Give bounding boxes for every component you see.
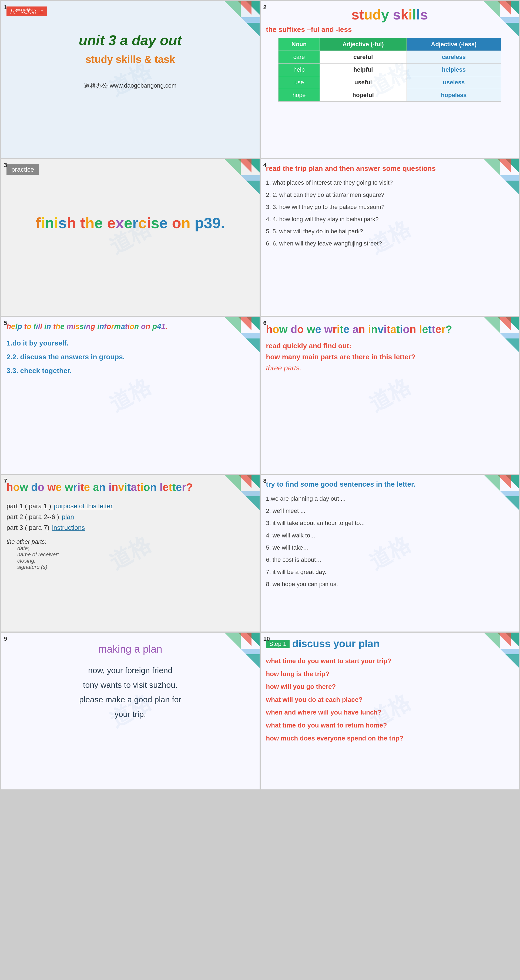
slide2-suffix-title: the suffixes –ful and -less: [266, 25, 514, 34]
slide-7: 7 道格 how do we write an invitation: [1, 475, 260, 632]
question-4: 4. 4. how long will they stay in beihai …: [266, 215, 514, 224]
other-item-3: closing;: [17, 558, 254, 564]
slide-9: 9 道格 making a plan now, your foreign fri…: [1, 633, 260, 789]
disc-question-7: how much does everyone spend on the trip…: [266, 734, 514, 743]
svg-marker-13: [241, 175, 260, 194]
sentence-4: 4. we will walk to...: [266, 531, 514, 540]
slide8-title: try to find some good sentences in the l…: [266, 480, 514, 488]
cell-ful-1: careful: [320, 51, 407, 64]
disc-question-4: what will you do at each place?: [266, 695, 514, 704]
slide1-title: unit 3 a day out: [6, 32, 254, 48]
slide-8: 8 道格 try to find some good sentences in …: [261, 475, 519, 632]
disc-question-3: how will you go there?: [266, 682, 514, 691]
svg-marker-12: [225, 159, 241, 175]
cell-less-3: useless: [407, 76, 501, 89]
cell-less-1: careless: [407, 51, 501, 64]
cell-ful-2: helpful: [320, 64, 407, 76]
slide-1: 1 道格 八年级英语 上 unit 3 a day out study skil…: [1, 1, 260, 158]
suffix-table: Noun Adjective (-ful) Adjective (-less) …: [278, 38, 501, 102]
svg-marker-2: [225, 1, 241, 17]
step1-title: discuss your plan: [292, 638, 379, 650]
step-3: 3.3. check together.: [6, 367, 254, 375]
svg-marker-14: [246, 181, 260, 194]
slide4-questions: 1. what places of interest are they goin…: [266, 178, 514, 248]
slide7-part1: part 1 ( para 1 ) purpose of this letter: [6, 502, 254, 510]
col-adj-ful: Adjective (-ful): [320, 38, 407, 51]
disc-question-6: what time do you want to return home?: [266, 721, 514, 730]
sentence-1: 1.we are planning a day out ...: [266, 494, 514, 503]
decorative-triangles-3: [225, 159, 260, 195]
part2-fill: plan: [62, 513, 74, 521]
slide-4: 4 道格 read the trip plan and then answer …: [261, 159, 519, 316]
question-1: 1. what places of interest are they goin…: [266, 178, 514, 187]
cell-noun-4: hope: [279, 89, 320, 102]
table-row: help helpful helpless: [279, 64, 501, 76]
cell-noun-3: use: [279, 76, 320, 89]
slide-number-5: 5: [4, 320, 7, 326]
slide9-plan-text: now, your foreign friend tony wants to v…: [6, 663, 254, 722]
cell-noun-1: care: [279, 51, 320, 64]
slide7-main-question: how do we write an invitation letter?: [6, 480, 254, 494]
col-adj-less: Adjective (-less): [407, 38, 501, 51]
svg-marker-11: [238, 159, 252, 172]
question-5: 5. 5. what will they do in beihai park?: [266, 227, 514, 236]
slide-number-8: 8: [263, 477, 266, 484]
svg-marker-1: [238, 1, 252, 14]
slide1-subtitle: study skills & task: [6, 54, 254, 65]
slide-number-7: 7: [4, 477, 7, 484]
sentence-5: 5. we will take…: [266, 543, 514, 552]
part1-label: part 1 ( para 1 ): [6, 502, 51, 510]
disc-question-2: how long is the trip?: [266, 669, 514, 679]
slide-5: 5 道格 help to fill in the missing: [1, 317, 260, 474]
watermark-6: 道格: [364, 372, 416, 419]
part3-fill: instructions: [52, 524, 85, 531]
slide-grid: 1 道格 八年级英语 上 unit 3 a day out study skil…: [0, 0, 520, 791]
cell-less-4: hopeless: [407, 89, 501, 102]
slide10-header: Step 1 discuss your plan: [266, 638, 514, 650]
cell-ful-4: hopeful: [320, 89, 407, 102]
slide6-main-question: how do we write an invitation letter?: [266, 322, 514, 336]
part2-label: part 2 ( para 2--6 ): [6, 513, 59, 521]
disc-question-1: what time do you want to start your trip…: [266, 656, 514, 666]
slide-number-9: 9: [4, 635, 7, 642]
slide7-part2: part 2 ( para 2--6 ) plan: [6, 513, 254, 521]
cell-ful-3: useful: [320, 76, 407, 89]
sentence-8: 8. we hope you can join us.: [266, 579, 514, 589]
slide-number-10: 10: [263, 635, 270, 642]
cell-noun-2: help: [279, 64, 320, 76]
slide8-sentences: 1.we are planning a day out ... 2. we'll…: [266, 494, 514, 589]
svg-marker-0: [246, 1, 260, 14]
slide-number-4: 4: [263, 162, 266, 169]
question-6: 6. 6. when will they leave wangfujing st…: [266, 239, 514, 248]
practice-badge: practice: [6, 164, 39, 175]
disc-question-5: when and where will you have lunch?: [266, 708, 514, 717]
other-item-4: signature (s): [17, 564, 254, 570]
slide4-title: read the trip plan and then answer some …: [266, 164, 514, 173]
question-3: 3. 3. how will they go to the palace mus…: [266, 202, 514, 212]
slide-number-3: 3: [4, 162, 7, 169]
slide5-instruction: help to fill in the missing information …: [6, 322, 254, 331]
svg-marker-10: [246, 159, 260, 172]
decorative-triangles-1: [225, 1, 260, 37]
sentence-6: 6. the cost is about…: [266, 555, 514, 565]
other-item-1: date;: [17, 545, 254, 552]
table-row: care careful careless: [279, 51, 501, 64]
slide2-title: study skills: [266, 6, 514, 23]
slide6-answer: three parts.: [266, 364, 514, 372]
exercise-text: finish the exercise on p39.: [6, 213, 254, 234]
cell-less-2: helpless: [407, 64, 501, 76]
slide6-sub-text: read quickly and find out:: [266, 342, 514, 350]
part3-label: part 3 ( para 7): [6, 524, 49, 531]
slide-number-1: 1: [4, 4, 7, 11]
col-noun: Noun: [279, 38, 320, 51]
table-row: hope hopeful hopeless: [279, 89, 501, 102]
slide-6: 6 道格 how do we write an invitation: [261, 317, 519, 474]
sentence-2: 2. we'll meet ...: [266, 506, 514, 515]
sentence-7: 7. it will be a great day.: [266, 567, 514, 577]
part1-fill: purpose of this letter: [54, 502, 113, 510]
slide-10: 10 道格 Step 1 discuss your plan what time…: [261, 633, 519, 789]
step-1: 1.do it by yourself.: [6, 339, 254, 347]
slide-number-6: 6: [263, 320, 266, 326]
slide7-part3: part 3 ( para 7) instructions: [6, 524, 254, 531]
slide6-sub-question: how many main parts are there in this le…: [266, 353, 514, 361]
